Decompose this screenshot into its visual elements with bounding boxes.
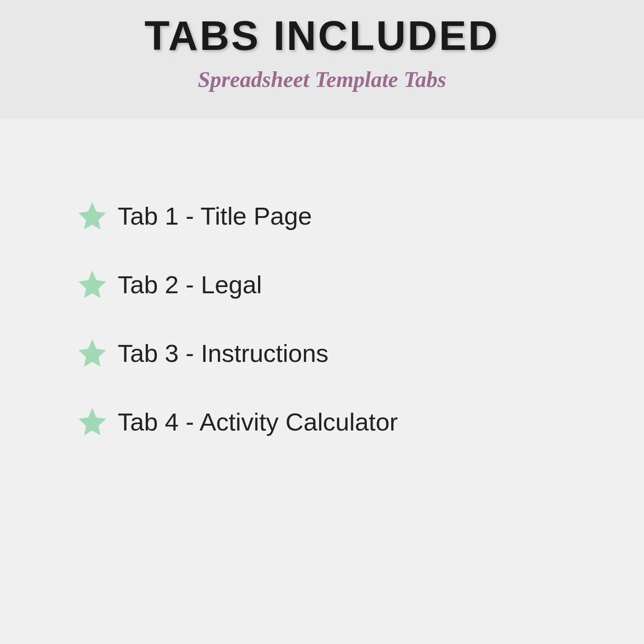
- tab-label: Tab 1 - Title Page: [118, 201, 312, 230]
- star-icon: [76, 405, 109, 438]
- tab-label: Tab 4 - Activity Calculator: [118, 407, 398, 436]
- star-icon: [76, 336, 109, 369]
- star-icon: [76, 268, 109, 301]
- star-icon: [76, 199, 109, 232]
- tab-label: Tab 2 - Legal: [118, 270, 262, 299]
- page-title: TABS INCLUDED: [0, 12, 644, 59]
- tab-label: Tab 3 - Instructions: [118, 339, 328, 368]
- page-subtitle: Spreadsheet Template Tabs: [0, 66, 644, 92]
- list-item: Tab 2 - Legal: [76, 268, 568, 301]
- list-item: Tab 1 - Title Page: [76, 199, 568, 232]
- list-item: Tab 3 - Instructions: [76, 336, 568, 369]
- list-item: Tab 4 - Activity Calculator: [76, 405, 568, 438]
- tabs-list: Tab 1 - Title Page Tab 2 - Legal Tab 3 -…: [0, 119, 644, 438]
- header-section: TABS INCLUDED Spreadsheet Template Tabs: [0, 0, 644, 119]
